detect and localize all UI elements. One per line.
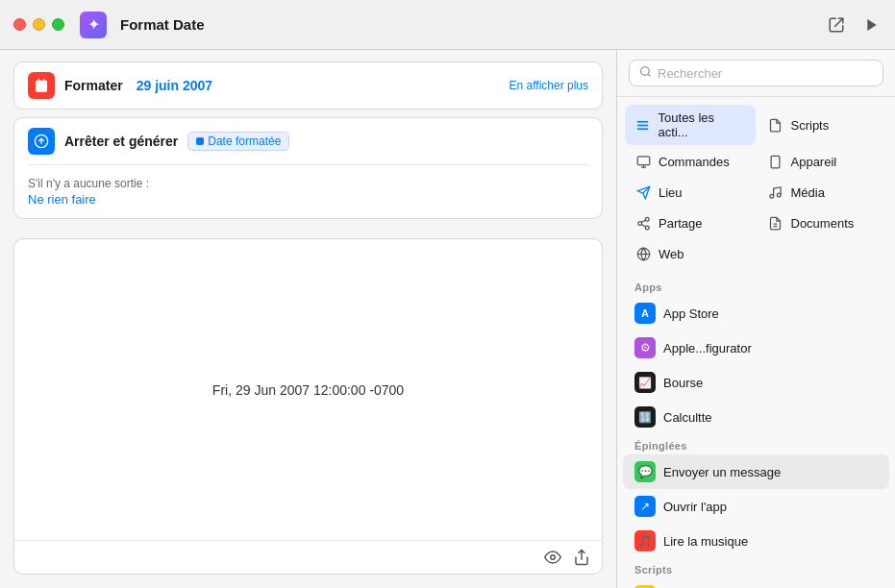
scripts-label: Scripts (791, 118, 830, 133)
share-button[interactable] (826, 14, 847, 36)
close-button[interactable] (13, 18, 26, 31)
lieu-icon (634, 184, 652, 201)
media-label: Média (791, 185, 825, 200)
window-title: Format Date (120, 16, 205, 33)
sidebar-item-open-app[interactable]: ↗ Ouvrir l'app (623, 489, 889, 524)
right-sidebar: Toutes les acti... Scripts Commandes (616, 50, 895, 588)
svg-line-26 (641, 224, 645, 226)
output-toolbar (14, 540, 602, 574)
app-store-label: App Store (663, 306, 719, 321)
open-app-icon: ↗ (634, 496, 656, 517)
svg-point-9 (641, 67, 650, 76)
format-value[interactable]: 29 juin 2007 (137, 78, 212, 93)
partage-label: Partage (659, 216, 703, 231)
app-icon: ✦ (80, 12, 107, 38)
format-more[interactable]: En afficher plus (510, 79, 589, 92)
send-message-icon: 💬 (634, 461, 656, 482)
lieu-label: Lieu (659, 185, 683, 200)
sidebar-item-bourse[interactable]: 📈 Bourse (623, 365, 889, 400)
play-button[interactable] (862, 15, 882, 35)
sidebar-search (617, 50, 895, 97)
svg-point-22 (777, 193, 781, 197)
no-output-label: S'il n'y a aucune sortie : (28, 173, 588, 190)
bourse-label: Bourse (663, 376, 703, 390)
sidebar-item-app-store[interactable]: A App Store (623, 296, 889, 331)
sidebar-item-send-message[interactable]: 💬 Envoyer un message (623, 454, 889, 489)
stop-action-block: Arrêter et générer Date formatée S'il n'… (13, 117, 603, 219)
sidebar-item-documents[interactable]: Documents (758, 208, 888, 237)
appareil-icon (767, 153, 784, 170)
no-output-link[interactable]: Ne rien faire (28, 192, 588, 207)
stop-action-header: Arrêter et générer Date formatée (14, 118, 602, 164)
main-layout: Formater 29 juin 2007 En afficher plus (0, 50, 895, 588)
sidebar-item-partage[interactable]: Partage (625, 208, 756, 237)
export-button[interactable] (573, 549, 590, 566)
calculette-icon: 🔢 (634, 406, 656, 428)
titlebar: ✦ Format Date (0, 0, 895, 50)
partage-icon (634, 214, 652, 232)
bourse-icon: 📈 (634, 372, 656, 393)
documents-label: Documents (791, 216, 855, 231)
sidebar-item-appareil[interactable]: Appareil (758, 147, 888, 176)
sidebar-item-web[interactable]: Web (625, 239, 756, 268)
all-actions-label: Toutes les acti... (659, 110, 746, 139)
output-content: Fri, 29 Jun 2007 12:00:00 -0700 (14, 239, 602, 540)
sidebar-item-all-actions[interactable]: Toutes les acti... (625, 105, 756, 145)
svg-marker-0 (867, 19, 876, 31)
format-label: Formater (64, 78, 123, 93)
tag-label: Date formatée (208, 135, 281, 148)
play-music-label: Lire la musique (663, 534, 748, 549)
apps-section-label: Apps (617, 276, 895, 296)
app-store-icon: A (634, 303, 656, 324)
documents-icon (767, 214, 784, 232)
scripts-section-label: Scripts (617, 558, 895, 578)
sidebar-item-media[interactable]: Média (758, 178, 888, 207)
svg-line-10 (648, 74, 650, 76)
left-panel: Formater 29 juin 2007 En afficher plus (0, 50, 616, 588)
search-input[interactable] (658, 66, 873, 81)
sidebar-item-calculette[interactable]: 🔢 Calcultte (623, 400, 889, 434)
open-app-label: Ouvrir l'app (663, 500, 727, 514)
svg-rect-17 (771, 156, 780, 168)
svg-point-23 (645, 217, 649, 221)
svg-point-25 (645, 226, 649, 230)
svg-rect-14 (637, 156, 650, 164)
send-message-label: Envoyer un message (663, 465, 781, 479)
action-sub: S'il n'y a aucune sortie : Ne rien faire (14, 165, 602, 218)
titlebar-actions (826, 14, 882, 36)
maximize-button[interactable] (52, 18, 64, 31)
tag-dot (196, 137, 204, 145)
commandes-label: Commandes (659, 155, 730, 169)
format-icon (28, 72, 55, 99)
actions-area: Formater 29 juin 2007 En afficher plus (0, 50, 616, 238)
svg-point-21 (770, 194, 774, 198)
traffic-lights (13, 18, 64, 31)
appareil-label: Appareil (791, 155, 837, 169)
sidebar-categories-grid: Toutes les acti... Scripts Commandes (617, 105, 895, 276)
scripts-icon (767, 116, 784, 134)
all-actions-icon (634, 116, 652, 134)
sidebar-item-lieu[interactable]: Lieu (625, 178, 756, 207)
apple-figurator-icon: ⚙ (634, 337, 656, 358)
stop-label: Arrêter et générer (64, 134, 178, 149)
format-action-header: Formater 29 juin 2007 En afficher plus (14, 62, 602, 109)
sidebar-item-commandes[interactable]: Commandes (625, 147, 756, 176)
apple-figurator-label: Apple...figurator (663, 341, 752, 355)
sidebar-item-scripts[interactable]: Scripts (758, 105, 888, 145)
search-icon (639, 65, 652, 81)
output-area: Fri, 29 Jun 2007 12:00:00 -0700 (13, 238, 603, 575)
sidebar-item-comment[interactable]: ≡ Commentaire (623, 578, 889, 588)
minimize-button[interactable] (33, 18, 45, 31)
preview-button[interactable] (544, 549, 561, 566)
calculette-label: Calcultte (663, 410, 712, 425)
action-tag: Date formatée (187, 132, 289, 151)
sidebar-content: Toutes les acti... Scripts Commandes (617, 97, 895, 588)
sidebar-item-apple-figurator[interactable]: ⚙ Apple...figurator (623, 331, 889, 365)
commandes-icon (634, 153, 652, 170)
stop-icon (28, 128, 55, 155)
web-icon (634, 245, 652, 262)
sidebar-item-play-music[interactable]: 🎵 Lire la musique (623, 524, 889, 558)
svg-point-24 (637, 221, 641, 225)
search-box (629, 60, 883, 86)
pinned-section-label: Épinglées (617, 434, 895, 454)
